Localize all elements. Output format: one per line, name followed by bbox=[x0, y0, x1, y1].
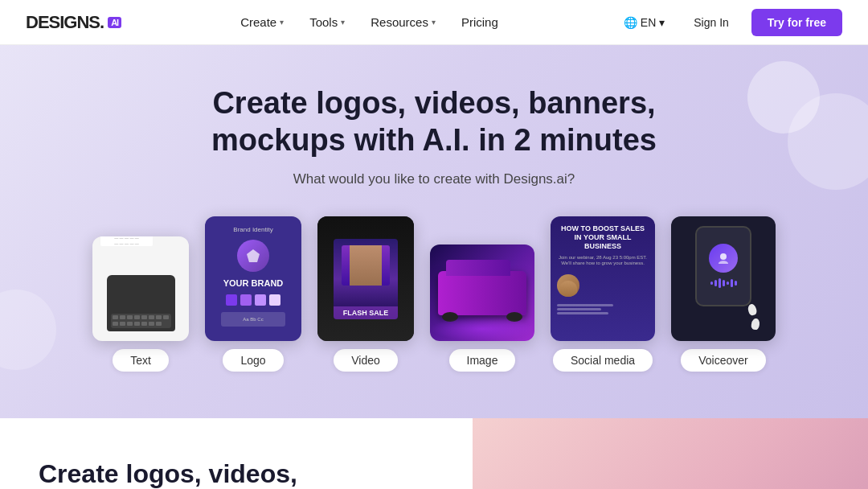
creation-cards-row: Copywriting— — — — —— — — — —— — — — — T… bbox=[32, 216, 836, 372]
bottom-section: Create logos, videos, banners, mockups w… bbox=[0, 418, 868, 489]
social-card-avatar bbox=[557, 274, 579, 297]
hero-section: Create logos, videos, banners, mockups w… bbox=[0, 45, 868, 418]
bottom-left-content: Create logos, videos, banners, mockups w… bbox=[0, 418, 473, 489]
card-logo[interactable]: Brand Identity YOUR BRAND Aa Bb Cc Logo bbox=[205, 216, 301, 372]
navbar: DESIGNS.AI Create ▾ Tools ▾ Resources ▾ … bbox=[0, 0, 868, 45]
card-voiceover[interactable]: Voiceover bbox=[671, 216, 776, 372]
card-voice-image bbox=[671, 216, 776, 341]
nav-right: 🌐 EN ▾ Sign In Try for free bbox=[617, 9, 842, 36]
nav-tools[interactable]: Tools ▾ bbox=[300, 10, 354, 34]
voice-waveform bbox=[710, 277, 737, 289]
card-social[interactable]: HOW TO BOOST SALES IN YOUR SMALL BUSINES… bbox=[551, 216, 655, 372]
nav-create[interactable]: Create ▾ bbox=[231, 10, 293, 34]
svg-marker-0 bbox=[247, 249, 260, 262]
logo-ai-badge: AI bbox=[108, 17, 121, 28]
card-image-image bbox=[430, 244, 534, 341]
card-logo-label[interactable]: Logo bbox=[223, 349, 283, 372]
chevron-down-icon: ▾ bbox=[280, 18, 284, 27]
voice-icon-circle bbox=[709, 244, 738, 273]
chevron-down-icon: ▾ bbox=[341, 18, 345, 27]
card-voice-label[interactable]: Voiceover bbox=[681, 349, 765, 372]
card-image[interactable]: Image bbox=[430, 244, 534, 372]
try-free-button[interactable]: Try for free bbox=[751, 9, 842, 36]
chevron-down-icon: ▾ bbox=[432, 18, 436, 27]
card-social-image: HOW TO BOOST SALES IN YOUR SMALL BUSINES… bbox=[551, 216, 655, 341]
signin-button[interactable]: Sign In bbox=[681, 10, 742, 35]
logo-swatches bbox=[226, 294, 280, 306]
chevron-down-icon: ▾ bbox=[659, 16, 665, 29]
card-video-label[interactable]: Video bbox=[334, 349, 398, 372]
language-selector[interactable]: 🌐 EN ▾ bbox=[617, 13, 671, 32]
logo-card-brand-text: YOUR BRAND bbox=[223, 278, 284, 288]
card-text[interactable]: Copywriting— — — — —— — — — —— — — — — T… bbox=[92, 236, 189, 372]
typewriter-paper: Copywriting— — — — —— — — — —— — — — — bbox=[100, 236, 153, 246]
nav-links: Create ▾ Tools ▾ Resources ▾ Pricing bbox=[231, 10, 508, 34]
earbuds-illustration bbox=[748, 304, 768, 330]
voice-phone-frame bbox=[695, 226, 751, 306]
card-video[interactable]: FLASH SALE Video bbox=[317, 216, 414, 372]
card-text-image: Copywriting— — — — —— — — — —— — — — — bbox=[92, 236, 189, 341]
bottom-heading: Create logos, videos, banners, mockups w… bbox=[39, 458, 328, 489]
card-image-label[interactable]: Image bbox=[449, 349, 516, 372]
logo-card-icon bbox=[237, 240, 269, 272]
typewriter-body bbox=[107, 275, 175, 331]
card-video-image: FLASH SALE bbox=[317, 216, 414, 341]
nav-pricing[interactable]: Pricing bbox=[452, 10, 508, 34]
nav-resources[interactable]: Resources ▾ bbox=[361, 10, 445, 34]
logo-text: DESIGNS. bbox=[26, 12, 104, 33]
globe-icon: 🌐 bbox=[624, 16, 637, 29]
card-text-label[interactable]: Text bbox=[113, 349, 169, 372]
logo[interactable]: DESIGNS.AI bbox=[26, 12, 121, 33]
car-illustration bbox=[438, 271, 526, 315]
card-logo-image: Brand Identity YOUR BRAND Aa Bb Cc bbox=[205, 216, 301, 341]
hero-subheading: What would you like to create with Desig… bbox=[32, 171, 836, 187]
svg-point-1 bbox=[720, 253, 727, 260]
bottom-right-image: DESIGNS.AI bbox=[473, 418, 868, 489]
typewriter-keys bbox=[111, 314, 171, 328]
hero-heading: Create logos, videos, banners, mockups w… bbox=[153, 85, 715, 158]
card-social-label[interactable]: Social media bbox=[553, 349, 653, 372]
